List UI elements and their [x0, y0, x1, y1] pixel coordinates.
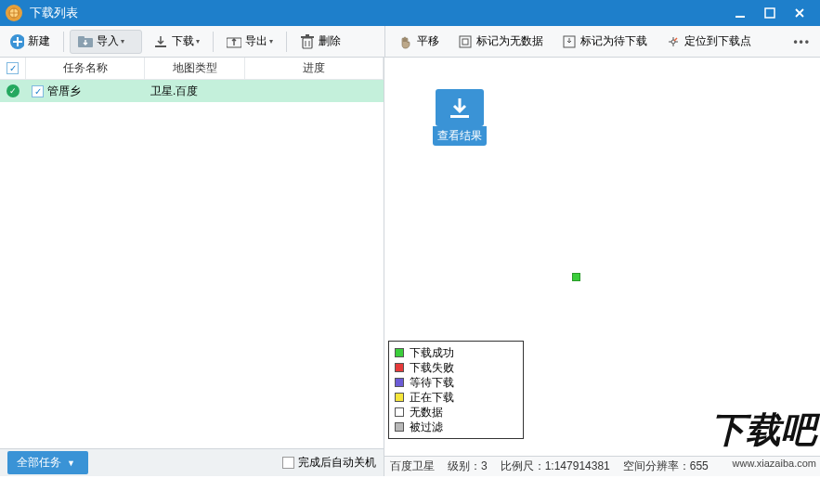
import-button[interactable]: 导入 ▾	[70, 30, 142, 54]
mark-nodata-label: 标记为无数据	[476, 33, 543, 49]
download-button[interactable]: 下载 ▾	[146, 30, 207, 54]
mark-nodata-icon	[458, 34, 473, 49]
locate-button[interactable]: 定位到下载点	[658, 30, 759, 54]
statusbar: 百度卫星 级别：3 比例尺：1:147914381 空间分辨率：655	[384, 456, 820, 476]
list-header: ✓ 任务名称 地图类型 进度	[0, 58, 384, 80]
trash-icon	[300, 34, 315, 49]
locate-icon	[666, 34, 681, 49]
svg-rect-1	[735, 16, 745, 18]
watermark-logo: 下载吧	[710, 407, 816, 454]
status-scale: 1:147914381	[545, 459, 610, 472]
maximize-button[interactable]	[755, 0, 785, 26]
status-done-icon: ✓	[7, 84, 20, 97]
legend-item: 正在下载	[395, 390, 517, 405]
minimize-button[interactable]	[725, 0, 755, 26]
legend-item: 无数据	[395, 405, 517, 420]
legend-item: 下载失败	[395, 360, 517, 375]
svg-rect-9	[301, 36, 314, 38]
chevron-down-icon: ▼	[67, 459, 75, 468]
header-checkbox[interactable]: ✓	[7, 62, 19, 74]
view-result-label: 查看结果	[433, 126, 487, 146]
more-button[interactable]: •••	[784, 35, 820, 48]
auto-shutdown-checkbox[interactable]	[282, 457, 294, 469]
svg-rect-15	[450, 115, 469, 118]
row-name: 管厝乡	[47, 84, 81, 99]
export-icon	[227, 34, 241, 49]
export-label: 导出	[245, 33, 267, 49]
plus-circle-icon	[9, 34, 24, 49]
mark-pending-button[interactable]: 标记为待下载	[554, 30, 655, 54]
col-name[interactable]: 任务名称	[26, 58, 145, 79]
legend-swatch	[395, 407, 404, 417]
svg-rect-2	[765, 8, 774, 18]
window-title: 下载列表	[30, 5, 725, 21]
status-source: 百度卫星	[390, 459, 435, 474]
new-button[interactable]: 新建	[2, 30, 58, 54]
chevron-down-icon: ▾	[269, 37, 273, 45]
col-maptype[interactable]: 地图类型	[145, 58, 245, 79]
legend-swatch	[395, 393, 404, 402]
delete-label: 删除	[319, 33, 341, 49]
svg-rect-8	[303, 38, 312, 48]
delete-button[interactable]: 删除	[293, 30, 348, 54]
chevron-down-icon: ▾	[196, 37, 200, 45]
new-label: 新建	[28, 33, 50, 49]
locate-label: 定位到下载点	[684, 33, 751, 49]
mark-pending-label: 标记为待下载	[580, 33, 647, 49]
legend-swatch	[395, 363, 404, 372]
app-icon	[6, 5, 22, 21]
all-tasks-dropdown[interactable]: 全部任务 ▼	[7, 451, 88, 474]
auto-shutdown-label: 完成后自动关机	[298, 455, 376, 471]
import-label: 导入	[97, 33, 119, 49]
import-icon	[78, 34, 93, 49]
hand-icon	[398, 34, 413, 49]
legend-swatch	[395, 348, 404, 357]
table-row[interactable]: ✓ ✓ 管厝乡 卫星.百度	[0, 80, 384, 102]
download-icon	[153, 34, 168, 49]
mark-pending-icon	[562, 34, 577, 49]
legend-item: 等待下载	[395, 375, 517, 390]
legend-swatch	[395, 378, 404, 387]
status-resolution: 655	[690, 459, 709, 472]
tile-marker	[572, 273, 580, 281]
legend-item: 下载成功	[395, 345, 517, 360]
separator	[213, 32, 214, 52]
pan-label: 平移	[417, 33, 439, 49]
legend-item: 被过滤	[395, 420, 517, 434]
close-button[interactable]	[785, 0, 814, 26]
chevron-down-icon: ▾	[121, 37, 124, 45]
row-checkbox[interactable]: ✓	[32, 85, 44, 97]
legend: 下载成功 下载失败 等待下载 正在下载 无数据 被过滤	[388, 341, 524, 439]
map-canvas[interactable]: 查看结果 下载成功 下载失败 等待下载 正在下载 无数据 被过滤 百度卫星 级别…	[384, 58, 820, 476]
separator	[63, 32, 64, 52]
export-button[interactable]: 导出 ▾	[219, 30, 280, 54]
task-list: ✓ ✓ 管厝乡 卫星.百度	[0, 80, 384, 476]
row-maptype: 卫星.百度	[145, 84, 245, 99]
all-tasks-label: 全部任务	[17, 455, 61, 471]
status-level: 3	[481, 459, 488, 472]
pan-button[interactable]: 平移	[391, 30, 447, 54]
legend-swatch	[395, 422, 404, 432]
svg-rect-12	[462, 39, 468, 45]
separator	[286, 32, 287, 52]
svg-rect-10	[306, 34, 309, 36]
svg-rect-6	[155, 45, 166, 47]
download-arrow-icon	[436, 89, 484, 126]
view-result-button[interactable]: 查看结果	[433, 89, 487, 146]
col-progress[interactable]: 进度	[245, 58, 384, 79]
svg-rect-5	[78, 36, 85, 40]
mark-nodata-button[interactable]: 标记为无数据	[450, 30, 551, 54]
download-label: 下载	[172, 33, 194, 49]
